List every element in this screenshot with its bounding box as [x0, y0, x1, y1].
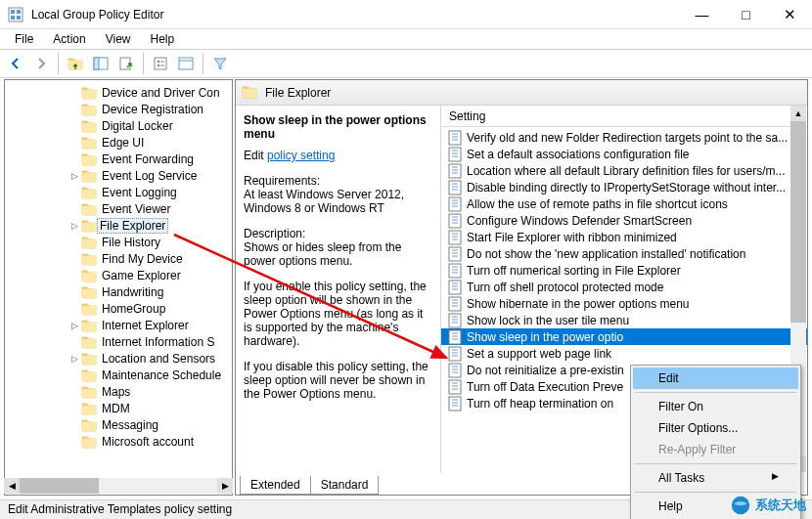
tree-item-event-logging[interactable]: Event Logging [7, 184, 232, 200]
tree-item-file-history[interactable]: File History [7, 234, 232, 250]
app-icon [8, 7, 23, 22]
policy-icon [447, 280, 463, 295]
tree-item-handwriting[interactable]: Handwriting [7, 283, 232, 300]
minimize-button[interactable]: — [680, 1, 724, 28]
properties-button[interactable] [149, 52, 172, 75]
folder-icon [81, 351, 97, 367]
setting-item[interactable]: Turn off numerical sorting in File Explo… [441, 262, 807, 279]
tree-item-label: Internet Explorer [100, 319, 191, 332]
folder-icon [81, 218, 97, 234]
tree-item-location-and-sensors[interactable]: ▷Location and Sensors [7, 350, 232, 367]
settings-column-header[interactable]: Setting [441, 106, 807, 127]
folder-icon [81, 434, 97, 450]
tree-item-file-explorer[interactable]: ▷File Explorer [7, 217, 232, 234]
tab-extended[interactable]: Extended [240, 476, 311, 495]
setting-item[interactable]: Allow the use of remote paths in file sh… [441, 195, 807, 212]
setting-item[interactable]: Start File Explorer with ribbon minimize… [441, 229, 807, 245]
tree-item-maps[interactable]: Maps [7, 383, 232, 400]
tree-expander-icon[interactable]: ▷ [68, 221, 81, 231]
setting-item[interactable]: Show sleep in the power optio [441, 328, 807, 345]
svg-rect-10 [94, 58, 99, 69]
tree-item-game-explorer[interactable]: Game Explorer [7, 267, 232, 283]
forward-button[interactable] [29, 52, 53, 75]
menu-view[interactable]: View [97, 30, 140, 48]
refresh-button[interactable] [174, 52, 198, 75]
menu-action[interactable]: Action [44, 30, 94, 48]
show-hide-tree-button[interactable] [89, 52, 113, 75]
folder-icon [81, 151, 97, 167]
setting-item[interactable]: Set a default associations configuration… [441, 146, 807, 162]
folder-icon [81, 368, 97, 383]
tree-item-homegroup[interactable]: HomeGroup [7, 300, 232, 317]
context-menu-all-tasks[interactable]: All Tasks▶ [633, 467, 798, 489]
description-pane: Show sleep in the power options menu Edi… [236, 106, 441, 473]
tree-item-find-my-device[interactable]: Find My Device [7, 250, 232, 267]
tree-expander-icon[interactable]: ▷ [68, 354, 81, 364]
setting-item[interactable]: Show lock in the user tile menu [441, 312, 807, 328]
tree-item-messaging[interactable]: Messaging [7, 416, 232, 433]
watermark: 系统天地 [730, 495, 806, 516]
edit-label: Edit [244, 149, 267, 162]
tree-item-label: Maps [100, 385, 132, 399]
tree-item-label: Event Forwarding [100, 152, 196, 166]
setting-label: Set a default associations configuration… [467, 148, 689, 161]
toolbar [0, 49, 812, 78]
setting-item[interactable]: Turn off shell protocol protected mode [441, 279, 807, 295]
context-menu-filter-options-[interactable]: Filter Options... [633, 417, 798, 439]
folder-icon [81, 168, 97, 184]
folder-icon [81, 185, 97, 200]
maximize-button[interactable]: □ [724, 1, 768, 28]
tree-item-edge-ui[interactable]: Edge UI [7, 134, 232, 151]
setting-label: Show lock in the user tile menu [467, 314, 629, 327]
tree-item-event-log-service[interactable]: ▷Event Log Service [7, 167, 232, 184]
description-label: Description: [244, 227, 305, 240]
requirements-text: At least Windows Server 2012, Windows 8 … [244, 188, 404, 215]
tree-item-mdm[interactable]: MDM [7, 400, 232, 416]
export-list-button[interactable] [114, 52, 138, 75]
folder-icon [81, 85, 97, 101]
tree-item-internet-information-s[interactable]: Internet Information S [7, 333, 232, 350]
context-menu-edit[interactable]: Edit [633, 368, 798, 389]
setting-item[interactable]: Configure Windows Defender SmartScreen [441, 212, 807, 229]
setting-label: Turn off Data Execution Preve [467, 380, 623, 394]
context-menu-separator [635, 492, 796, 493]
filter-button[interactable] [208, 52, 232, 75]
tree-expander-icon[interactable]: ▷ [68, 321, 81, 330]
policy-icon [447, 263, 463, 279]
tree-item-event-viewer[interactable]: Event Viewer [7, 200, 232, 217]
setting-item[interactable]: Show hibernate in the power options menu [441, 295, 807, 312]
context-menu-filter-on[interactable]: Filter On [633, 396, 798, 417]
setting-item[interactable]: Set a support web page link [441, 345, 807, 362]
tree-item-internet-explorer[interactable]: ▷Internet Explorer [7, 317, 232, 333]
back-button[interactable] [4, 52, 27, 75]
tree-expander-icon[interactable]: ▷ [68, 171, 81, 181]
setting-item[interactable]: Location where all default Library defin… [441, 162, 807, 179]
tab-standard[interactable]: Standard [310, 476, 380, 495]
window-title: Local Group Policy Editor [29, 8, 680, 22]
console-tree[interactable]: Device and Driver ConDevice Registration… [4, 79, 233, 496]
tree-item-label: Game Explorer [100, 269, 183, 282]
menu-help[interactable]: Help [142, 30, 184, 48]
tree-item-label: File Explorer [97, 218, 168, 234]
tree-item-device-registration[interactable]: Device Registration [7, 101, 232, 117]
tree-item-event-forwarding[interactable]: Event Forwarding [7, 151, 232, 167]
tree-item-device-and-driver-con[interactable]: Device and Driver Con [7, 84, 232, 101]
tree-item-digital-locker[interactable]: Digital Locker [7, 117, 232, 134]
setting-item[interactable]: Verify old and new Folder Redirection ta… [441, 129, 807, 146]
svg-point-14 [158, 65, 159, 66]
tree-item-maintenance-schedule[interactable]: Maintenance Schedule [7, 367, 232, 383]
policy-icon [447, 163, 463, 179]
setting-name: Show sleep in the power options menu [244, 113, 432, 141]
close-button[interactable]: ✕ [768, 1, 812, 28]
tree-horizontal-scrollbar[interactable]: ◀ ▶ [4, 478, 233, 494]
up-level-button[interactable] [64, 52, 87, 75]
folder-icon [81, 384, 97, 400]
menu-file[interactable]: File [6, 30, 42, 48]
tree-item-label: Device and Driver Con [100, 86, 222, 100]
policy-icon [447, 230, 463, 245]
tree-item-label: MDM [100, 402, 132, 415]
setting-item[interactable]: Disable binding directly to IPropertySet… [441, 179, 807, 195]
tree-item-microsoft-account[interactable]: Microsoft account [7, 433, 232, 450]
edit-policy-link[interactable]: policy setting [267, 149, 335, 162]
setting-item[interactable]: Do not show the 'new application install… [441, 245, 807, 262]
